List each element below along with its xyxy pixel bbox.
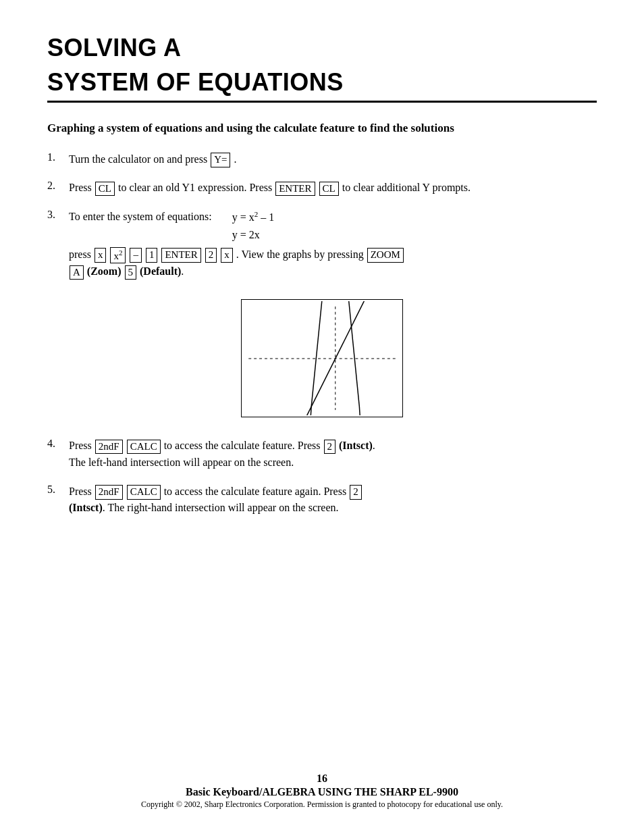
step-3-number: 3. (47, 209, 69, 221)
step-5-content: Press 2ndF CALC to access the calculate … (69, 484, 597, 517)
key-2-step3: 2 (205, 248, 217, 263)
step-5-text-mid: to access the calculate feature again. P… (164, 486, 350, 497)
step-1-number: 1. (47, 151, 69, 163)
step-2-content: Press CL to clear an old Y1 expression. … (69, 180, 597, 197)
step-3-view-text: . View the graphs by pressing (236, 249, 367, 260)
key-zoom: ZOOM (367, 248, 404, 263)
steps-list-2: 4. Press 2ndF CALC to access the calcula… (47, 438, 597, 517)
footer-title: Basic Keyboard/ALGEBRA USING THE SHARP E… (0, 786, 644, 798)
default-bold: (Default) (140, 265, 181, 277)
step-5: 5. Press 2ndF CALC to access the calcula… (47, 484, 597, 517)
step-3-zoom-text: (Zoom) (87, 265, 124, 277)
step-3-press-line: press x x2 – 1 ENTER 2 x . View the grap… (69, 246, 597, 264)
key-calc-2: CALC (127, 485, 161, 500)
key-1: 1 (146, 248, 158, 263)
key-cl-2: CL (319, 182, 339, 197)
steps-list: 1. Turn the calculator on and press Y= .… (47, 151, 597, 280)
step-4-text-before: Press (69, 440, 95, 451)
key-x2: x2 (110, 247, 126, 264)
footer-copyright: Copyright © 2002, Sharp Electronics Corp… (0, 800, 644, 810)
step-5-number: 5. (47, 484, 69, 496)
step-4-number: 4. (47, 438, 69, 450)
key-enter-1: ENTER (275, 182, 315, 197)
step-3-intro: To enter the system of equations: (69, 209, 212, 226)
key-2-step5: 2 (350, 485, 362, 500)
graph-box (241, 299, 403, 417)
step-4-content: Press 2ndF CALC to access the calculate … (69, 438, 597, 471)
step-4-text-after: The left-hand intersection will appear o… (69, 457, 294, 468)
step-3-default-text: (Default). (140, 265, 184, 277)
step-3-press-label: press (69, 249, 94, 260)
footer: 16 Basic Keyboard/ALGEBRA USING THE SHAR… (0, 773, 644, 810)
key-minus: – (130, 248, 142, 263)
intsct-1-bold: (Intsct) (339, 440, 373, 451)
step-2: 2. Press CL to clear an old Y1 expressio… (47, 180, 597, 197)
step-1-text-after: . (234, 153, 236, 165)
step-3: 3. To enter the system of equations: y =… (47, 209, 597, 280)
eq-1: y = x2 – 1 (232, 209, 275, 226)
step-3-equations: y = x2 – 1 y = 2x (232, 209, 275, 244)
step-3-content: To enter the system of equations: y = x2… (69, 209, 597, 280)
eq-2: y = 2x (232, 226, 275, 244)
footer-page: 16 (0, 773, 644, 785)
key-a: A (70, 265, 84, 280)
title-divider (47, 101, 597, 103)
step-1-content: Turn the calculator on and press Y= . (69, 151, 597, 168)
key-x-1: x (95, 248, 107, 263)
step-2-text-before: Press (69, 182, 95, 193)
step-3-row: To enter the system of equations: y = x2… (69, 209, 597, 244)
key-enter-2: ENTER (161, 248, 200, 263)
key-2-step4: 2 (324, 440, 336, 454)
step-1: 1. Turn the calculator on and press Y= . (47, 151, 597, 168)
key-calc-1: CALC (127, 440, 161, 454)
page-title: SOLVING A SYSTEM OF EQUATIONS (47, 34, 597, 97)
key-2ndf-1: 2ndF (95, 440, 123, 454)
key-y-equals: Y= (211, 153, 230, 167)
title-line2: SYSTEM OF EQUATIONS (47, 68, 597, 96)
step-3-zoom-line: A (Zoom) 5 (Default). (69, 263, 597, 280)
step-1-text-before: Turn the calculator on and press (69, 153, 210, 165)
step-2-text-after: to clear additional Y prompts. (342, 182, 471, 193)
step-4: 4. Press 2ndF CALC to access the calcula… (47, 438, 597, 471)
graph-container (47, 299, 597, 417)
step-4-text-mid: to access the calculate feature. Press (164, 440, 323, 451)
graph-svg (242, 300, 402, 417)
step-2-text-mid: to clear an old Y1 expression. Press (118, 182, 275, 193)
title-line1: SOLVING A (47, 34, 597, 61)
step-5-intsct: (Intsct). The right-hand intersection wi… (69, 502, 339, 513)
key-cl-1: CL (95, 182, 115, 197)
subtitle: Graphing a system of equations and using… (47, 120, 597, 136)
zoom-bold: (Zoom) (87, 265, 122, 277)
step-4-intsct: (Intsct). (339, 440, 375, 451)
key-x-2: x (221, 248, 233, 263)
key-2ndf-2: 2ndF (95, 485, 123, 500)
intsct-2-bold: (Intsct) (69, 502, 103, 513)
key-5: 5 (125, 265, 137, 280)
step-2-number: 2. (47, 180, 69, 192)
step-5-text-before: Press (69, 486, 95, 497)
